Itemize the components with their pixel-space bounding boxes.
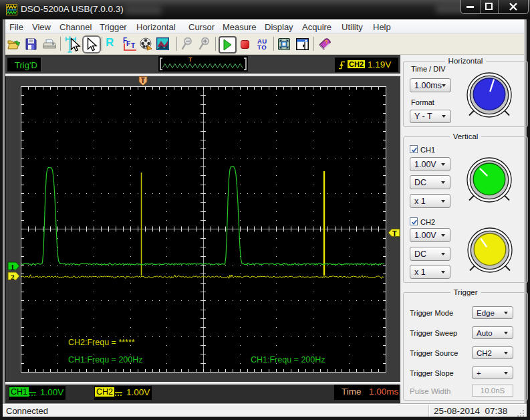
- svg-text:F: F: [126, 40, 130, 47]
- svg-text:CH2:Frequ = *****: CH2:Frequ = *****: [68, 338, 135, 347]
- svg-text:T: T: [141, 77, 145, 84]
- svg-text:1: 1: [11, 263, 15, 271]
- svg-text:T: T: [188, 56, 192, 63]
- svg-text:T: T: [131, 42, 135, 49]
- svg-text:CH1:Frequ = 200Hz: CH1:Frequ = 200Hz: [251, 355, 325, 364]
- svg-text:CH1:Frequ = 200Hz: CH1:Frequ = 200Hz: [68, 355, 143, 364]
- svg-text:T: T: [392, 229, 397, 237]
- svg-text:2: 2: [11, 273, 15, 281]
